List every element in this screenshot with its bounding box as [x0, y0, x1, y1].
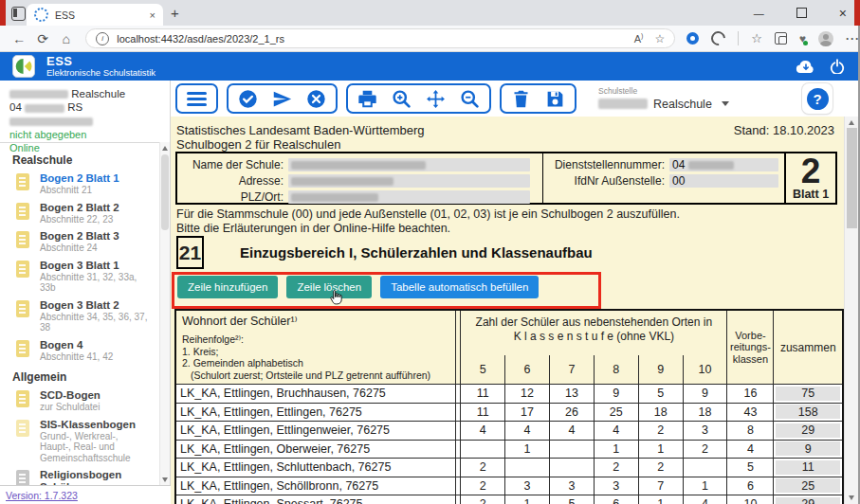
close-button[interactable]: × [839, 6, 847, 21]
sidebar-item[interactable]: Bogen 2 Blatt 2Abschnitte 22, 23 [0, 200, 170, 229]
vorbereitung-value-cell[interactable]: 4 [727, 440, 774, 459]
wohnort-cell[interactable]: LK_KA, Ettlingen, Ettlingenweier, 76275 [175, 422, 456, 441]
grade-value-cell[interactable]: 13 [549, 385, 594, 404]
dienststellennummer-field[interactable]: 04 [669, 158, 778, 171]
grade-value-cell[interactable]: 7 [638, 477, 683, 495]
grade-value-cell[interactable]: 1 [505, 495, 550, 504]
grade-value-cell[interactable]: 17 [505, 403, 550, 422]
grade-value-cell[interactable]: 2 [461, 495, 505, 504]
grade-value-cell[interactable]: 4 [594, 422, 638, 441]
grade-value-cell[interactable]: 1 [638, 495, 683, 504]
grade-value-cell[interactable] [549, 440, 594, 459]
zoom-in-icon[interactable] [392, 89, 412, 109]
grade-value-cell[interactable]: 18 [683, 403, 727, 422]
sidebar-item[interactable]: Bogen 2 Blatt 3Abschnitte 24 [0, 228, 170, 258]
extension-badge-icon[interactable] [686, 32, 699, 45]
power-logout-icon[interactable] [830, 59, 845, 74]
profile-avatar[interactable] [818, 31, 833, 46]
wohnort-cell[interactable]: LK_KA, Ettlingen, Bruchhausen, 76275 [175, 385, 456, 404]
adresse-field[interactable] [288, 174, 530, 188]
menu-icon[interactable] [187, 92, 207, 106]
grade-value-cell[interactable]: 3 [683, 422, 727, 441]
ifdnr-field[interactable]: 00 [669, 174, 778, 188]
grade-value-cell[interactable]: 9 [683, 385, 727, 404]
sidebar-item[interactable]: Bogen 3 Blatt 2Abschnitte 34, 35, 36, 37… [0, 297, 170, 337]
grade-value-cell[interactable]: 1 [638, 440, 683, 459]
wohnort-cell[interactable]: LK_KA, Ettlingen, Spessart, 76275 [175, 495, 456, 504]
grade-value-cell[interactable]: 4 [461, 422, 505, 441]
scroll-down-icon[interactable] [162, 477, 168, 482]
sidebar-scrollbar[interactable] [159, 142, 170, 486]
grade-value-cell[interactable]: 2 [683, 440, 727, 459]
main-scroll-thumb[interactable] [847, 128, 857, 228]
grade-value-cell[interactable]: 5 [638, 385, 683, 404]
grade-value-cell[interactable]: 6 [594, 495, 638, 504]
tab-actions-icon[interactable] [11, 7, 26, 21]
wohnort-cell[interactable]: LK_KA, Ettlingen, Schluttenbach, 76275 [175, 459, 456, 477]
vorbereitung-value-cell[interactable]: 6 [727, 477, 774, 495]
zoom-out-icon[interactable] [460, 89, 480, 109]
vorbereitung-value-cell[interactable]: 16 [727, 385, 774, 404]
grade-value-cell[interactable]: 26 [549, 403, 594, 422]
grade-value-cell[interactable]: 5 [549, 495, 594, 504]
grade-value-cell[interactable] [461, 440, 505, 459]
grade-value-cell[interactable]: 2 [638, 459, 683, 477]
grade-value-cell[interactable]: 25 [594, 403, 638, 422]
delete-trash-icon[interactable] [511, 89, 531, 109]
cancel-icon[interactable] [306, 89, 326, 109]
tab-close-icon[interactable]: × [150, 9, 156, 21]
new-tab-button[interactable]: + [171, 5, 179, 21]
extension-c-icon[interactable] [708, 28, 728, 48]
sidebar-item[interactable]: SIS-KlassenbogenGrund-, Werkreal-, Haupt… [0, 417, 170, 468]
home-icon[interactable]: ⌂ [54, 31, 78, 46]
vorbereitung-value-cell[interactable]: 8 [727, 422, 774, 441]
grade-value-cell[interactable]: 3 [594, 477, 638, 495]
vorbereitung-value-cell[interactable]: 43 [727, 403, 774, 422]
move-icon[interactable] [426, 89, 446, 109]
grade-value-cell[interactable]: 9 [594, 385, 638, 404]
school-name-field[interactable] [288, 158, 530, 171]
grade-value-cell[interactable]: 1 [505, 440, 550, 459]
grade-value-cell[interactable]: 2 [594, 459, 638, 477]
grade-value-cell[interactable]: 4 [549, 422, 594, 441]
validate-check-icon[interactable] [238, 89, 258, 109]
sidebar-item[interactable]: SCD-Bogenzur Schuldatei [0, 387, 170, 417]
grade-value-cell[interactable]: 12 [505, 385, 550, 404]
sidebar-item[interactable]: Bogen 3 Blatt 1Abschnitte 31, 32, 33a, 3… [0, 258, 170, 297]
refresh-icon[interactable]: ⟳ [31, 31, 55, 46]
collections-icon[interactable] [775, 32, 787, 45]
sidebar-item[interactable]: Religionsbogen Schülerröm-kath./evangeli… [0, 467, 170, 486]
grade-value-cell[interactable]: 4 [683, 495, 727, 504]
schulstelle-select[interactable]: Schulstelle Realschule [598, 87, 729, 110]
grade-value-cell[interactable]: 4 [505, 422, 550, 441]
favorites-bar-icon[interactable]: ☆ [751, 31, 762, 45]
grade-value-cell[interactable] [549, 459, 594, 477]
add-row-button[interactable]: Zeile hinzufügen [177, 276, 278, 298]
plz-field[interactable] [288, 190, 530, 204]
grade-value-cell[interactable]: 2 [638, 422, 683, 441]
vorbereitung-value-cell[interactable]: 5 [727, 459, 774, 477]
autofill-table-button[interactable]: Tabelle automatisch befüllen [380, 276, 539, 298]
scroll-up-icon[interactable] [162, 146, 168, 151]
wohnort-cell[interactable]: LK_KA, Ettlingen, Ettlingen, 76275 [175, 403, 456, 422]
browser-essentials-icon[interactable]: ♥ [799, 32, 806, 45]
save-icon[interactable] [545, 89, 565, 109]
help-button[interactable]: ? [802, 83, 833, 114]
print-icon[interactable] [357, 89, 377, 109]
grade-value-cell[interactable]: 3 [505, 477, 550, 495]
minimize-button[interactable]: — [754, 8, 764, 19]
grade-value-cell[interactable]: 1 [594, 440, 638, 459]
grade-value-cell[interactable]: 18 [638, 403, 683, 422]
favorite-star-icon[interactable]: ☆ [654, 32, 665, 45]
grade-value-cell[interactable]: 11 [461, 385, 505, 404]
grade-value-cell[interactable]: 1 [683, 477, 727, 495]
vorbereitung-value-cell[interactable]: 10 [727, 495, 774, 504]
wohnort-cell[interactable]: LK_KA, Ettlingen, Schöllbronn, 76275 [175, 477, 456, 495]
send-icon[interactable] [272, 89, 292, 109]
read-aloud-icon[interactable]: A) [634, 32, 644, 45]
main-scrollbar[interactable] [844, 117, 858, 504]
grade-value-cell[interactable]: 3 [549, 477, 594, 495]
grade-value-cell[interactable] [505, 459, 550, 477]
grade-value-cell[interactable] [683, 459, 727, 477]
address-input[interactable]: i localhost:4432/asd/aes/2023/2_1_rs A) … [85, 28, 675, 48]
